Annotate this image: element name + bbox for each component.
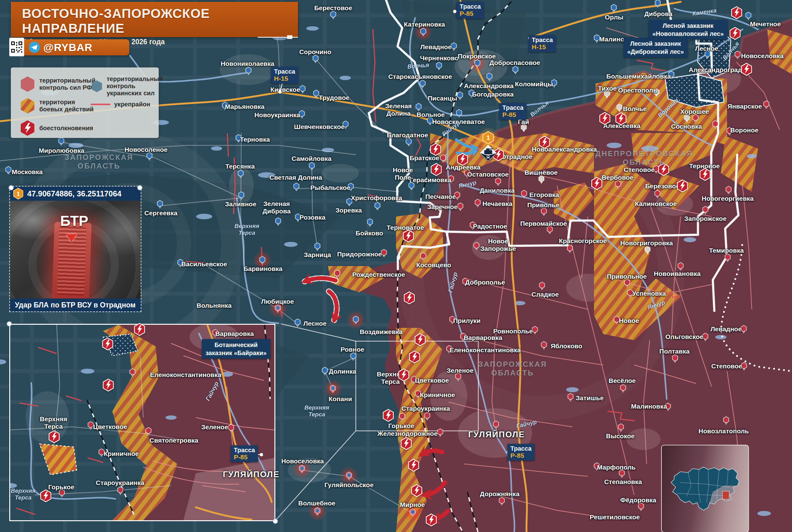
strike-coordinates: 47.90674886, 36.25117064 bbox=[27, 189, 121, 198]
legend-ukraine-hex-icon bbox=[91, 78, 103, 95]
svg-text:1: 1 bbox=[17, 191, 20, 197]
map-title: ВОСТОЧНО-ЗАПОРОЖСКОЕ НАПРАВЛЕНИЕ bbox=[22, 6, 298, 36]
inset-corner-marker bbox=[9, 185, 14, 191]
banner-underline-cap bbox=[287, 35, 293, 39]
legend-label: территория боевых действий bbox=[39, 99, 94, 113]
photo-header: 1 47.90674886, 36.25117064 bbox=[10, 187, 141, 201]
qr-code bbox=[9, 38, 24, 56]
marker-1-icon: 1 bbox=[13, 188, 23, 200]
legend-label: территориальный контроль украинских сил bbox=[107, 75, 167, 97]
map-canvas: 1 47.90674886, 36.25117064 БТР Удар БЛА … bbox=[0, 0, 792, 532]
legend-label: боестолкновения bbox=[39, 125, 93, 132]
ukraine-minimap bbox=[661, 445, 749, 532]
telegram-icon bbox=[29, 41, 40, 53]
btr-label: БТР bbox=[60, 212, 89, 229]
brand-handle: @RYBAR bbox=[43, 41, 93, 54]
inset-corner-marker bbox=[273, 519, 278, 524]
photo-caption: Удар БЛА по БТР ВСУ в Отрадном bbox=[10, 299, 141, 311]
inset-corner-marker bbox=[7, 321, 12, 327]
legend-combat-hex-icon bbox=[19, 97, 36, 114]
legend-clash-hex-icon bbox=[19, 119, 36, 137]
target-pointer-icon bbox=[66, 234, 77, 242]
legend-russia-hex-icon bbox=[19, 75, 36, 93]
strike-photo-inset: 1 47.90674886, 36.25117064 БТР Удар БЛА … bbox=[10, 187, 141, 311]
legend: территориальный контроль сил РФ территор… bbox=[11, 68, 159, 138]
title-banner: ВОСТОЧНО-ЗАПОРОЖСКОЕ НАПРАВЛЕНИЕ Обстано… bbox=[11, 2, 298, 37]
brand-strip: @RYBAR bbox=[24, 39, 129, 55]
legend-label: укрепрайон bbox=[114, 101, 150, 108]
legend-label: территориальный контроль сил РФ bbox=[39, 77, 95, 91]
inset-corner-marker bbox=[137, 185, 143, 191]
zoom-inset-map bbox=[9, 324, 275, 521]
zoom-inset-background bbox=[10, 325, 275, 520]
btr-vehicle-highlight bbox=[52, 222, 92, 299]
legend-fortline-icon bbox=[91, 103, 110, 105]
strike-photo: БТР bbox=[10, 201, 141, 299]
